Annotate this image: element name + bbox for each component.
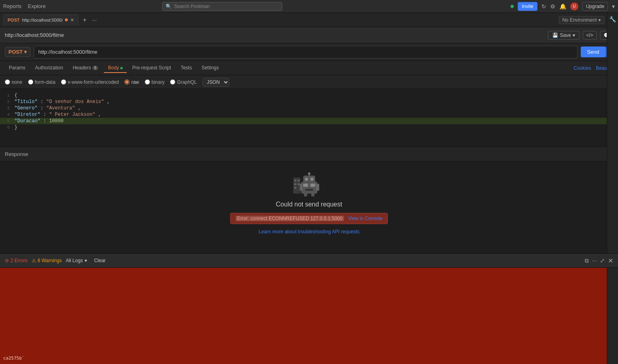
svg-rect-2 bbox=[310, 184, 315, 187]
search-icon: 🔍 bbox=[166, 4, 172, 9]
code-line-4: 4 "Diretor" : " Peter Jackson" , bbox=[0, 111, 618, 118]
tab-url-label: http://localhost:5000/ bbox=[22, 18, 63, 22]
radio-graphql-label: GraphQL bbox=[177, 79, 197, 85]
svg-rect-17 bbox=[298, 183, 300, 185]
save-button[interactable]: 💾 Save ▾ bbox=[548, 31, 579, 40]
url-input[interactable] bbox=[34, 46, 577, 59]
nav-explore[interactable]: Explore bbox=[28, 3, 46, 9]
send-button[interactable]: Send bbox=[581, 47, 606, 57]
code-editor[interactable]: 1 { 2 "Titulo" : "O senhor dos Aneis" , … bbox=[0, 89, 618, 147]
line-content-3: "Genero" : "Aventura" , bbox=[14, 105, 81, 111]
method-value: POST bbox=[8, 49, 22, 55]
radio-raw-label: raw bbox=[131, 79, 139, 85]
code-button[interactable]: </> bbox=[583, 31, 597, 40]
svg-rect-15 bbox=[298, 180, 300, 182]
learn-more-link[interactable]: Learn more about troubleshooting API req… bbox=[259, 229, 360, 235]
env-chevron-icon: ▾ bbox=[598, 17, 601, 23]
body-label: Body bbox=[108, 65, 119, 71]
right-sidebar: 🔧 bbox=[607, 13, 618, 250]
svg-rect-18 bbox=[294, 187, 296, 189]
radio-none[interactable]: none bbox=[5, 79, 22, 85]
radio-raw-input[interactable] bbox=[124, 79, 130, 85]
line-num-2: 2 bbox=[0, 99, 14, 104]
invite-button[interactable]: Invite bbox=[518, 2, 537, 11]
radio-form-data-input[interactable] bbox=[28, 79, 33, 85]
code-line-5: 5 "Duracao" : 10800 bbox=[0, 118, 618, 124]
search-bar[interactable]: 🔍 Search Postman bbox=[162, 2, 282, 11]
body-type-bar: none form-data x-www-form-urlencoded raw… bbox=[0, 75, 618, 89]
notification-icon[interactable]: 🔔 bbox=[559, 3, 566, 10]
tab-bar: POST http://localhost:5000/ ✕ + ··· No E… bbox=[0, 13, 618, 27]
line-num-6: 6 bbox=[0, 125, 14, 130]
svg-rect-6 bbox=[304, 192, 307, 196]
online-indicator bbox=[511, 5, 514, 8]
tab-body[interactable]: Body bbox=[104, 63, 126, 73]
sidebar-wrench-icon[interactable]: 🔧 bbox=[609, 16, 616, 22]
robot-illustration bbox=[291, 170, 327, 198]
tab-tests[interactable]: Tests bbox=[176, 63, 196, 73]
more-tabs-icon[interactable]: ··· bbox=[92, 17, 97, 23]
line-content-1: { bbox=[14, 93, 17, 98]
nav-links: Reports Explore bbox=[3, 3, 46, 9]
tab-pre-request[interactable]: Pre-request Script bbox=[128, 63, 175, 73]
tab-close-icon[interactable]: ✕ bbox=[70, 17, 74, 23]
error-highlight-text: Error: connect ECONNREFUSED 127.0.0.1:50… bbox=[235, 216, 344, 221]
radio-none-input[interactable] bbox=[5, 79, 10, 85]
add-tab-button[interactable]: + bbox=[80, 16, 89, 24]
line-content-4: "Diretor" : " Peter Jackson" , bbox=[14, 112, 101, 117]
request-tab[interactable]: POST http://localhost:5000/ ✕ bbox=[3, 14, 79, 26]
svg-rect-16 bbox=[294, 183, 296, 185]
top-bar: Reports Explore 🔍 Search Postman Invite … bbox=[0, 0, 618, 13]
cookies-link[interactable]: Cookies bbox=[573, 65, 591, 71]
response-label: Response bbox=[5, 151, 28, 157]
radio-url-encoded[interactable]: x-www-form-urlencoded bbox=[61, 79, 119, 85]
save-chevron-icon: ▾ bbox=[573, 32, 575, 38]
radio-binary-input[interactable] bbox=[145, 79, 150, 85]
line-content-2: "Titulo" : "O senhor dos Aneis" , bbox=[14, 99, 110, 105]
chevron-down-icon[interactable]: ▾ bbox=[612, 3, 615, 10]
radio-graphql-input[interactable] bbox=[170, 79, 175, 85]
settings-icon[interactable]: ⚙ bbox=[550, 3, 555, 10]
nav-reports[interactable]: Reports bbox=[3, 3, 22, 9]
svg-point-9 bbox=[305, 178, 308, 181]
view-console-link[interactable]: View in Console bbox=[348, 216, 383, 221]
radio-form-data[interactable]: form-data bbox=[28, 79, 55, 85]
robot-svg bbox=[291, 170, 327, 198]
radio-binary-label: binary bbox=[152, 79, 165, 85]
upgrade-button[interactable]: Upgrade bbox=[582, 2, 608, 11]
environment-selector[interactable]: No Environment ▾ bbox=[559, 16, 604, 24]
url-title-bar: http://localhost:5000/filme 💾 Save ▾ </>… bbox=[0, 27, 618, 43]
radio-url-encoded-input[interactable] bbox=[61, 79, 66, 85]
radio-graphql[interactable]: GraphQL bbox=[170, 79, 197, 85]
response-bar: Response ▾ bbox=[0, 147, 618, 162]
svg-rect-14 bbox=[294, 180, 296, 182]
method-selector[interactable]: POST ▾ bbox=[5, 47, 30, 57]
response-body: Could not send request Error: connect EC… bbox=[0, 162, 618, 250]
svg-rect-3 bbox=[305, 189, 313, 191]
tab-settings[interactable]: Settings bbox=[197, 63, 223, 73]
tab-authorization[interactable]: Authorization bbox=[31, 63, 67, 73]
tab-orange-dot bbox=[65, 18, 68, 21]
code-line-2: 2 "Titulo" : "O senhor dos Aneis" , bbox=[0, 99, 618, 105]
svg-point-12 bbox=[308, 172, 310, 175]
refresh-icon[interactable]: ↻ bbox=[541, 3, 546, 10]
headers-label: Headers bbox=[73, 65, 91, 71]
method-chevron-icon: ▾ bbox=[24, 49, 27, 55]
code-line-6: 6 } bbox=[0, 124, 618, 131]
error-title: Could not send request bbox=[276, 201, 342, 208]
json-format-select[interactable]: JSON bbox=[203, 78, 229, 87]
radio-none-label: none bbox=[12, 79, 22, 85]
request-bar: POST ▾ Send ▾ bbox=[0, 43, 618, 61]
line-num-1: 1 bbox=[0, 93, 14, 98]
radio-raw[interactable]: raw bbox=[124, 79, 139, 85]
error-badge: Error: connect ECONNREFUSED 127.0.0.1:50… bbox=[230, 213, 388, 224]
tab-params[interactable]: Params bbox=[5, 63, 29, 73]
line-content-5: "Duracao" : 10800 bbox=[14, 118, 63, 124]
svg-rect-7 bbox=[311, 192, 314, 196]
code-line-1: 1 { bbox=[0, 92, 618, 99]
svg-rect-5 bbox=[316, 184, 319, 191]
line-content-6: } bbox=[14, 125, 17, 130]
tab-headers[interactable]: Headers8 bbox=[69, 63, 102, 73]
radio-binary[interactable]: binary bbox=[145, 79, 165, 85]
avatar[interactable]: U bbox=[570, 2, 578, 10]
